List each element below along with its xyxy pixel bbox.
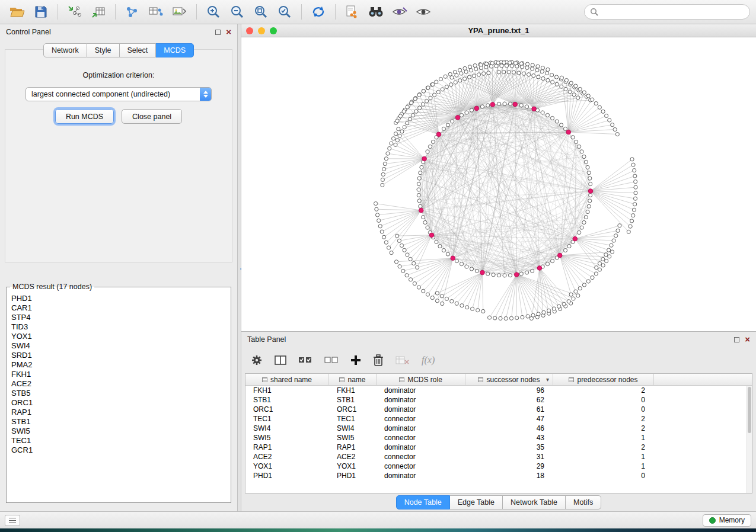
zoom-fit-button[interactable] (250, 2, 272, 21)
scrollbar-thumb[interactable] (748, 387, 751, 433)
cell-name[interactable]: SWI4 (329, 424, 377, 432)
cell-mcds_role[interactable]: connector (377, 453, 465, 461)
cell-successor_nodes[interactable]: 29 (465, 462, 553, 470)
cell-mcds_role[interactable]: dominator (377, 386, 465, 395)
export-image-button[interactable] (168, 2, 191, 21)
mcds-result-item[interactable]: YOX1 (11, 332, 226, 341)
cell-shared_name[interactable]: YOX1 (245, 462, 329, 470)
close-window-icon[interactable] (246, 27, 253, 34)
zoom-in-button[interactable] (202, 2, 225, 21)
float-panel-icon[interactable] (734, 337, 739, 342)
delete-table-button[interactable] (395, 355, 410, 366)
ui-settings-button[interactable] (5, 515, 20, 526)
cell-name[interactable]: TEC1 (329, 415, 377, 423)
column-header-name[interactable]: name (329, 374, 377, 385)
cell-shared_name[interactable]: RAP1 (245, 443, 329, 451)
dropdown-stepper-icon[interactable] (200, 88, 211, 101)
new-network-button[interactable] (121, 2, 143, 21)
mcds-result-item[interactable]: STB1 (11, 417, 226, 427)
search-input[interactable] (601, 8, 744, 16)
close-panel-button[interactable]: Close panel (122, 109, 182, 124)
cell-successor_nodes[interactable]: 62 (465, 396, 553, 404)
column-header-predecessor-nodes[interactable]: predecessor nodes (553, 374, 654, 385)
table-row[interactable]: SWI5SWI5connector431 (245, 433, 752, 443)
table-row[interactable]: FKH1FKH1dominator962 (245, 386, 752, 395)
cell-name[interactable]: FKH1 (329, 386, 377, 395)
cell-predecessor_nodes[interactable]: 2 (553, 443, 654, 451)
tab-network[interactable]: Network (43, 43, 87, 57)
cell-shared_name[interactable]: FKH1 (245, 386, 329, 395)
refresh-view-button[interactable] (307, 2, 330, 21)
cell-predecessor_nodes[interactable]: 0 (553, 405, 654, 414)
export-network-button[interactable] (341, 2, 363, 21)
table-settings-button[interactable] (251, 354, 263, 366)
tab-edge-table[interactable]: Edge Table (450, 495, 503, 509)
column-header-MCDS-role[interactable]: MCDS role (377, 374, 465, 385)
mcds-result-item[interactable]: SWI4 (11, 341, 226, 351)
open-session-button[interactable] (6, 2, 28, 21)
table-row[interactable]: TEC1TEC1connector472 (245, 414, 752, 424)
network-canvas[interactable] (241, 37, 756, 331)
table-row[interactable]: ORC1ORC1dominator610 (245, 405, 752, 414)
sort-indicator-icon[interactable]: ▾ (546, 376, 549, 383)
cell-name[interactable]: PHD1 (329, 472, 377, 480)
table-row[interactable]: PHD1PHD1dominator180 (245, 471, 752, 480)
cell-successor_nodes[interactable]: 61 (465, 405, 553, 414)
maximize-window-icon[interactable] (270, 27, 277, 34)
select-all-button[interactable] (298, 356, 312, 364)
column-header-successor-nodes[interactable]: successor nodes▾ (465, 374, 553, 385)
analyzer-button[interactable] (388, 2, 411, 21)
cell-mcds_role[interactable]: connector (377, 434, 465, 442)
search-network-button[interactable] (365, 2, 387, 21)
mcds-result-item[interactable]: ORC1 (11, 398, 226, 408)
cell-predecessor_nodes[interactable]: 2 (553, 415, 654, 423)
mcds-result-item[interactable]: ACE2 (11, 379, 226, 389)
cell-mcds_role[interactable]: connector (377, 415, 465, 423)
cell-predecessor_nodes[interactable]: 1 (553, 462, 654, 470)
show-columns-button[interactable] (275, 355, 286, 366)
tab-motifs[interactable]: Motifs (566, 495, 601, 509)
mcds-result-item[interactable]: SWI5 (11, 427, 226, 436)
cell-mcds_role[interactable]: dominator (377, 396, 465, 404)
tab-select[interactable]: Select (120, 43, 157, 57)
cell-successor_nodes[interactable]: 31 (465, 453, 553, 461)
minimize-window-icon[interactable] (258, 27, 265, 34)
cell-mcds_role[interactable]: dominator (377, 443, 465, 451)
mcds-result-list[interactable]: PHD1CAR1STP4TID3YOX1SWI4SRD1PMA2FKH1ACE2… (8, 292, 229, 457)
cell-shared_name[interactable]: ACE2 (245, 453, 329, 461)
cell-successor_nodes[interactable]: 96 (465, 386, 553, 395)
table-row[interactable]: YOX1YOX1connector291 (245, 462, 752, 471)
deselect-all-button[interactable] (324, 356, 339, 364)
mcds-result-item[interactable]: SRD1 (11, 351, 226, 360)
mcds-result-item[interactable]: CAR1 (11, 303, 226, 313)
import-network-button[interactable] (63, 2, 86, 21)
close-panel-icon[interactable]: × (745, 336, 750, 343)
float-panel-icon[interactable] (215, 30, 221, 35)
cell-shared_name[interactable]: SWI5 (245, 434, 329, 442)
mcds-result-item[interactable]: TEC1 (11, 436, 226, 446)
table-row[interactable]: SWI4SWI4dominator462 (245, 424, 752, 433)
cell-name[interactable]: ACE2 (329, 453, 377, 461)
network-search-box[interactable] (584, 4, 750, 20)
mcds-result-item[interactable]: PMA2 (11, 360, 226, 370)
tab-node-table[interactable]: Node Table (396, 495, 450, 509)
zoom-out-button[interactable] (226, 2, 248, 21)
cell-name[interactable]: YOX1 (329, 462, 377, 470)
cell-shared_name[interactable]: PHD1 (245, 472, 329, 480)
cell-predecessor_nodes[interactable]: 1 (553, 434, 654, 442)
cell-mcds_role[interactable]: dominator (377, 472, 465, 480)
table-row[interactable]: RAP1RAP1dominator352 (245, 443, 752, 452)
table-scrollbar[interactable] (747, 386, 752, 493)
cell-name[interactable]: SWI5 (329, 434, 377, 442)
tab-style[interactable]: Style (87, 43, 120, 57)
cell-shared_name[interactable]: TEC1 (245, 415, 329, 423)
cell-successor_nodes[interactable]: 46 (465, 424, 553, 432)
zoom-selected-button[interactable] (273, 2, 296, 21)
cell-successor_nodes[interactable]: 47 (465, 415, 553, 423)
show-hide-button[interactable] (412, 2, 435, 21)
mcds-result-item[interactable]: RAP1 (11, 408, 226, 417)
save-session-button[interactable] (30, 2, 52, 21)
cell-name[interactable]: STB1 (329, 396, 377, 404)
table-row[interactable]: STB1STB1dominator620 (245, 395, 752, 405)
cell-shared_name[interactable]: ORC1 (245, 405, 329, 414)
